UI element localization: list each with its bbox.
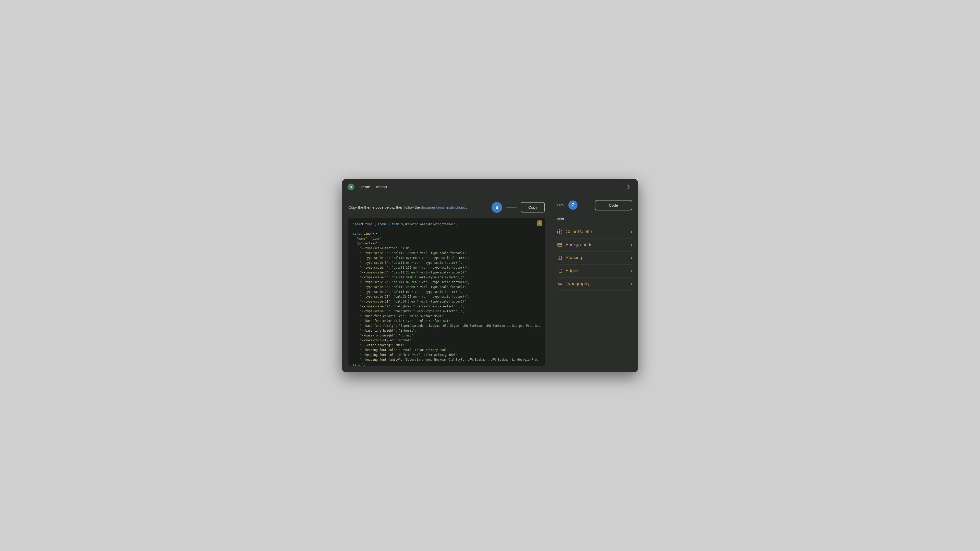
accordion-header-color-palette[interactable]: Color Palette › [557,229,632,235]
spacing-chevron: › [631,256,632,260]
typography-icon: Aa [557,281,563,287]
code-block[interactable]: ⤢ import type { Theme } from '@skeletonl… [348,218,545,366]
expand-icon[interactable]: ⤢ [537,221,542,226]
svg-text:S: S [350,185,352,189]
instruction-text: Copy the theme code below, then follow t… [348,205,487,210]
theme-name: pine [557,216,632,221]
color-palette-title: Color Palette [566,229,628,234]
code-tab-button[interactable]: Code [595,200,632,210]
accordion-item-spacing: Spacing › [557,251,632,265]
right-panel: Prev 7 Code pine [551,195,638,372]
spacing-icon [557,255,563,261]
accordion-item-backgrounds: Backgrounds › [557,238,632,251]
titlebar: S Create Import [342,179,638,195]
step-7-badge: 7 [568,200,578,210]
svg-text:Aa: Aa [558,282,562,286]
settings-icon[interactable] [625,183,633,191]
svg-rect-7 [558,269,562,273]
step-connector [506,207,517,208]
typography-chevron: › [631,282,632,286]
edges-chevron: › [631,268,632,273]
svg-rect-5 [558,243,562,246]
accordion-item-typography: Aa Typography › [557,278,632,291]
accordion: Color Palette › Backgrounds [557,225,632,291]
accordion-item-edges: Edges › [557,265,632,278]
spacing-title: Spacing [566,255,628,260]
backgrounds-icon [557,242,563,248]
tab-row: Prev 7 Code [557,200,632,210]
typography-title: Typography [566,281,628,286]
app-window: S Create Import Copy the theme code belo… [342,179,638,372]
svg-point-4 [559,231,560,233]
accordion-header-typography[interactable]: Aa Typography › [557,281,632,287]
doc-link[interactable]: documentation instructions [421,205,465,210]
code-content: import type { Theme } from '@skeletonlab… [353,222,540,366]
edges-icon [557,268,563,274]
app-logo: S [347,183,355,191]
accordion-item-color-palette: Color Palette › [557,225,632,238]
accordion-header-backgrounds[interactable]: Backgrounds › [557,242,632,248]
svg-point-2 [628,186,629,188]
backgrounds-title: Backgrounds [566,242,628,248]
tab-prev: Prev [557,203,564,207]
color-palette-icon [557,229,563,235]
color-palette-chevron: › [631,230,632,234]
edges-title: Edges [566,268,628,273]
nav-create[interactable]: Create [359,185,370,189]
main-content: Copy the theme code below, then follow t… [342,195,638,372]
left-panel: Copy the theme code below, then follow t… [342,195,551,372]
backgrounds-chevron: › [631,243,632,247]
step-8-badge: 8 [492,202,502,213]
nav-import[interactable]: Import [376,185,387,189]
prev-label: Prev [557,203,564,207]
accordion-header-spacing[interactable]: Spacing › [557,255,632,261]
instruction-row: Copy the theme code below, then follow t… [348,202,545,213]
copy-button[interactable]: Copy [520,202,545,213]
tab-connector [582,205,591,205]
svg-rect-6 [558,256,562,260]
accordion-header-edges[interactable]: Edges › [557,268,632,274]
titlebar-nav: Create Import [359,185,387,189]
